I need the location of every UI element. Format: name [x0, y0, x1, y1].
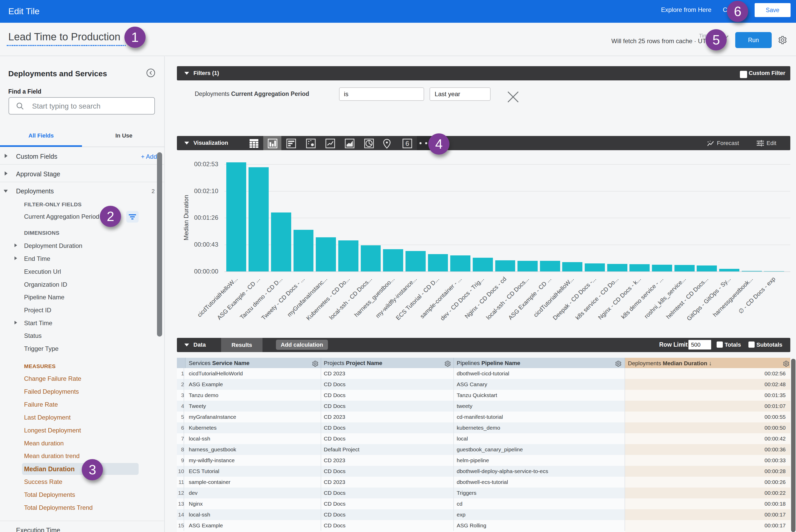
svg-text:6: 6: [406, 139, 409, 147]
